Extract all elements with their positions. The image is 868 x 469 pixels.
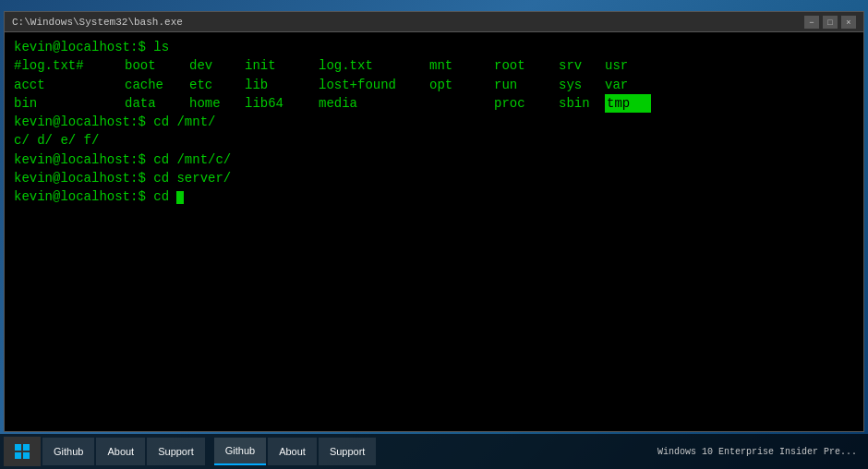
ls-output: #log.txt# boot dev init log.txt mnt root…	[14, 56, 854, 113]
svg-rect-1	[23, 444, 30, 451]
ls-file-6: mnt	[429, 56, 494, 75]
ls-file-27: tmp	[605, 94, 651, 113]
title-bar-text: C:\Windows\System32\bash.exe	[12, 17, 804, 28]
current-cmd: cd	[146, 189, 177, 204]
ls-file-16: run	[494, 76, 559, 94]
terminal-cursor	[176, 191, 184, 204]
ls-file-26: sbin	[559, 94, 605, 113]
ls-file-20: data	[125, 94, 189, 113]
taskbar-support-active[interactable]: Support	[319, 438, 377, 465]
taskbar-github-active[interactable]: Github	[214, 438, 266, 465]
terminal-body[interactable]: kevin@localhost:$ ls #log.txt# boot dev …	[5, 32, 863, 431]
cd-server-cmd: cd server/	[146, 171, 231, 186]
ls-command-line: kevin@localhost:$ ls	[14, 38, 854, 56]
desktop: C:\Windows\System32\bash.exe − □ × kevin…	[0, 0, 868, 469]
ls-file-14: lost+found	[319, 76, 429, 94]
taskbar-github-inactive[interactable]: Github	[42, 438, 94, 465]
cd-server-line: kevin@localhost:$ cd server/	[14, 169, 854, 187]
prompt-2: kevin@localhost:$	[14, 114, 146, 129]
ls-file-21: home	[189, 94, 245, 113]
ls-file-11: cache	[125, 76, 189, 94]
cd-mnt-line: kevin@localhost:$ cd /mnt/	[14, 113, 854, 131]
ls-file-1: #log.txt#	[14, 56, 125, 75]
ls-file-18: var	[605, 76, 651, 94]
ls-file-15: opt	[429, 76, 494, 94]
cd-mnt-cmd: cd /mnt/	[146, 114, 216, 129]
ls-file-19: bin	[14, 94, 125, 113]
ls-file-5: log.txt	[319, 56, 429, 75]
windows-icon	[15, 444, 30, 459]
prompt-5: kevin@localhost:$	[14, 189, 146, 204]
ls-file-3: dev	[189, 56, 245, 75]
mnt-output: c/ d/ e/ f/	[14, 131, 854, 150]
ls-file-23: media	[319, 94, 429, 113]
title-bar-controls: − □ ×	[804, 16, 856, 29]
ls-file-4: init	[245, 56, 319, 75]
mnt-dirs: c/ d/ e/ f/	[14, 133, 99, 148]
maximize-button[interactable]: □	[823, 16, 838, 29]
ls-file-10: acct	[14, 76, 125, 94]
ls-file-25: proc	[494, 94, 559, 113]
ls-file-7: root	[494, 56, 559, 75]
ls-file-8: srv	[559, 56, 605, 75]
taskbar: Github About Support Github About Suppor…	[0, 434, 868, 469]
svg-rect-3	[23, 452, 30, 459]
prompt-3: kevin@localhost:$	[14, 152, 146, 167]
ls-file-13: lib	[245, 76, 319, 94]
close-button[interactable]: ×	[841, 16, 856, 29]
ls-file-9: usr	[605, 56, 651, 75]
minimize-button[interactable]: −	[804, 16, 819, 29]
svg-rect-2	[15, 452, 21, 459]
title-bar: C:\Windows\System32\bash.exe − □ ×	[5, 12, 863, 32]
taskbar-about-active[interactable]: About	[268, 438, 317, 465]
ls-file-12: etc	[189, 76, 245, 94]
ls-file-22: lib64	[245, 94, 319, 113]
terminal-content: kevin@localhost:$ ls #log.txt# boot dev …	[14, 38, 854, 207]
prompt-4: kevin@localhost:$	[14, 171, 146, 186]
ls-file-17: sys	[559, 76, 605, 94]
prompt-1: kevin@localhost:$	[14, 40, 146, 54]
svg-rect-0	[15, 444, 21, 451]
current-cmd-line: kevin@localhost:$ cd	[14, 187, 854, 206]
ls-file-2: boot	[125, 56, 189, 75]
taskbar-about-inactive[interactable]: About	[96, 438, 145, 465]
cd-mntc-cmd: cd /mnt/c/	[146, 152, 231, 167]
start-button[interactable]	[4, 437, 41, 466]
ls-file-24	[429, 94, 494, 113]
ls-cmd: ls	[146, 40, 169, 54]
taskbar-right-text: Windows 10 Enterprise Insider Pre...	[657, 447, 864, 457]
cd-mntc-line: kevin@localhost:$ cd /mnt/c/	[14, 150, 854, 169]
terminal-window: C:\Windows\System32\bash.exe − □ × kevin…	[4, 11, 864, 432]
taskbar-support-inactive[interactable]: Support	[147, 438, 205, 465]
